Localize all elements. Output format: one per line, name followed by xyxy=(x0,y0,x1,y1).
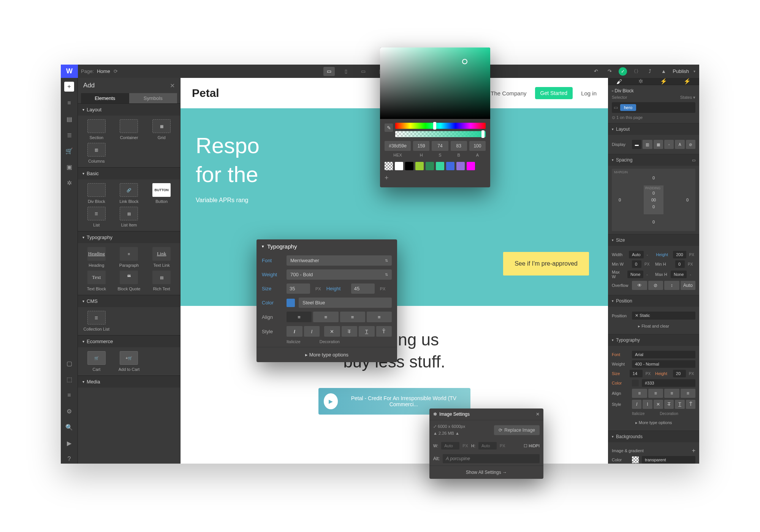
width-input[interactable]: Auto xyxy=(629,251,644,258)
color-name[interactable]: Steel Blue xyxy=(299,298,392,308)
align-left[interactable]: ≡ xyxy=(632,389,647,398)
el-heading[interactable]: HeadingHeading xyxy=(82,247,111,268)
device-tablet-landscape-icon[interactable]: ▭ xyxy=(358,67,369,76)
audit-rail-icon[interactable]: ⚙ xyxy=(65,407,74,416)
italic-on-btn[interactable]: I xyxy=(287,326,302,337)
el-blockquote[interactable]: ❝Block Quote xyxy=(114,271,144,291)
align-center[interactable]: ≡ xyxy=(648,389,663,398)
section-cms[interactable]: CMS xyxy=(78,295,180,307)
tab-symbols[interactable]: Symbols xyxy=(129,93,177,103)
audit-icon[interactable]: ▲ xyxy=(659,67,668,76)
swatch[interactable] xyxy=(385,162,393,170)
style-overline[interactable]: T̄ xyxy=(686,400,695,409)
swatch[interactable] xyxy=(436,162,444,170)
style-none[interactable]: ✕ xyxy=(654,400,663,409)
eyedropper-icon[interactable]: ✎ xyxy=(385,124,393,132)
assets-icon[interactable]: ▣ xyxy=(65,162,74,171)
tab-interactions-icon[interactable]: ⚡ xyxy=(660,78,667,85)
status-check-icon[interactable]: ✓ xyxy=(619,67,627,76)
deco-over-btn[interactable]: T̄ xyxy=(376,326,392,337)
display-block[interactable]: ▬ xyxy=(632,140,641,149)
minw-input[interactable]: 0 xyxy=(632,260,641,268)
tab-elements[interactable]: Elements xyxy=(81,93,129,103)
el-collectionlist[interactable]: ☰Collection List xyxy=(82,311,111,331)
el-listitem[interactable]: ▤List Item xyxy=(114,207,144,227)
el-button[interactable]: BUTTONButton xyxy=(147,183,176,204)
add-swatch[interactable]: + xyxy=(380,173,490,184)
refresh-icon[interactable]: ⟳ xyxy=(110,68,122,74)
weight-select[interactable]: 400 - Normal xyxy=(632,360,695,368)
alt-input[interactable]: A porcupine xyxy=(443,454,540,463)
swatch[interactable] xyxy=(426,162,434,170)
align-left-btn[interactable]: ≡ xyxy=(287,312,312,322)
theight-input[interactable]: 20 xyxy=(673,370,686,377)
hidpi-toggle[interactable]: ☐ HiDPI xyxy=(524,443,540,448)
publish-button[interactable]: Publish xyxy=(673,68,689,74)
el-link[interactable]: 🔗Link Block xyxy=(114,183,144,204)
h-input[interactable]: 159 xyxy=(413,141,429,151)
el-div[interactable]: Div Block xyxy=(82,183,111,204)
sec-layout[interactable]: Layout xyxy=(608,124,699,135)
display-none[interactable]: ⊘ xyxy=(686,140,695,149)
color-handle[interactable] xyxy=(462,59,467,64)
swatch[interactable] xyxy=(456,162,465,170)
sec-backgrounds[interactable]: Backgrounds xyxy=(608,431,699,442)
minh-input[interactable]: 0 xyxy=(675,260,685,268)
display-inline[interactable]: A xyxy=(675,140,684,149)
hue-handle[interactable] xyxy=(433,122,436,130)
img-h-input[interactable]: Auto xyxy=(478,442,497,450)
video-icon[interactable]: ▶ xyxy=(65,439,74,448)
style-normal[interactable]: I xyxy=(643,400,652,409)
swatch[interactable] xyxy=(415,162,424,170)
sec-position[interactable]: Position xyxy=(608,295,699,307)
size-input[interactable]: 35 xyxy=(287,283,310,294)
overflow-auto[interactable]: Auto xyxy=(681,281,696,290)
close-icon[interactable]: ✕ xyxy=(536,412,540,417)
typo-header[interactable]: Typography xyxy=(256,239,397,253)
el-section[interactable]: Section xyxy=(82,119,111,140)
cms-icon[interactable]: ≣ xyxy=(65,130,74,139)
site-brand[interactable]: Petal xyxy=(192,87,219,100)
font-select[interactable]: Arial xyxy=(632,351,695,358)
overflow-scroll[interactable]: ↕ xyxy=(664,281,679,290)
section-media[interactable]: Media xyxy=(78,375,180,388)
hue-slider[interactable] xyxy=(395,123,486,129)
swatch[interactable] xyxy=(405,162,413,170)
add-icon[interactable]: + xyxy=(64,82,74,92)
search-icon[interactable]: 🔍 xyxy=(65,423,74,432)
hero-subtitle[interactable]: Variable APRs rang xyxy=(196,197,593,204)
weight-dropdown[interactable]: 700 - Bold⇅ xyxy=(287,269,392,280)
tsize-input[interactable]: 14 xyxy=(630,370,643,377)
states-label[interactable]: States ▾ xyxy=(680,95,695,100)
more-type-options[interactable]: ▸ More type options xyxy=(256,347,397,362)
el-cart[interactable]: 🛒Cart xyxy=(82,351,111,372)
color-gradient[interactable] xyxy=(380,48,490,119)
nav-link[interactable]: The Company xyxy=(491,90,526,97)
help-icon[interactable]: ≡ xyxy=(65,391,74,400)
section-ecommerce[interactable]: Ecommerce xyxy=(78,335,180,347)
align-justify[interactable]: ≡ xyxy=(681,389,696,398)
tab-settings-icon[interactable]: ✲ xyxy=(638,78,643,85)
alpha-slider[interactable] xyxy=(395,131,486,137)
color-swatch-btn[interactable] xyxy=(287,299,295,307)
swatch[interactable] xyxy=(395,162,403,170)
undo-icon[interactable]: ↶ xyxy=(591,67,600,76)
code-icon[interactable]: 〈〉 xyxy=(632,67,641,76)
el-richtext[interactable]: ▤Rich Text xyxy=(147,271,176,291)
style-underline[interactable]: T xyxy=(675,400,684,409)
deco-none-btn[interactable]: ✕ xyxy=(324,326,340,337)
webflow-logo[interactable]: W xyxy=(61,65,78,78)
sec-size[interactable]: Size xyxy=(608,234,699,246)
display-inline-block[interactable]: ▫ xyxy=(664,140,674,149)
maxh-input[interactable]: None xyxy=(671,271,687,278)
swatch[interactable] xyxy=(467,162,475,170)
el-addcart[interactable]: +🛒Add to Cart xyxy=(114,351,144,372)
img-w-input[interactable]: Auto xyxy=(441,442,459,450)
el-textblock[interactable]: TextText Block xyxy=(82,271,111,291)
export-icon[interactable]: ⤴ xyxy=(645,67,654,76)
file-icon[interactable]: ▤ xyxy=(65,114,74,124)
align-right-btn[interactable]: ≡ xyxy=(340,312,365,322)
el-container[interactable]: Container xyxy=(114,119,144,140)
display-flex[interactable]: ▥ xyxy=(643,140,652,149)
selector-chip[interactable]: hero xyxy=(620,104,636,111)
